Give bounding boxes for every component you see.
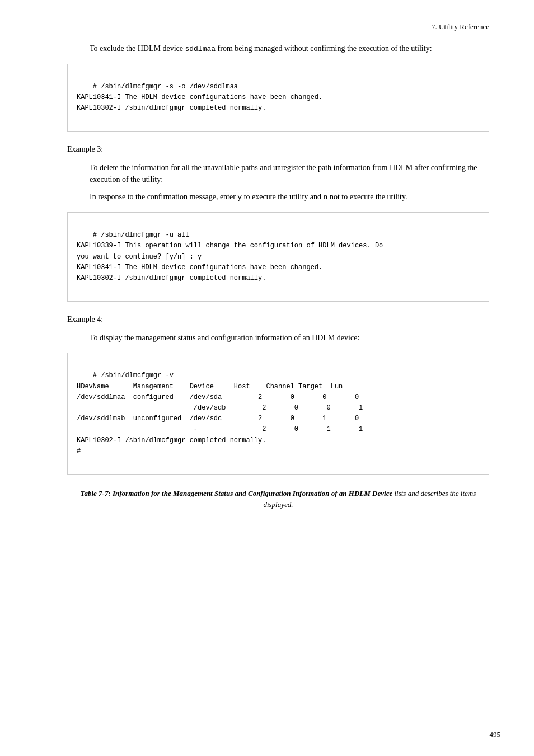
- example3-para2-mid: to execute the utility and: [244, 192, 321, 201]
- example4-content: To display the management status and con…: [90, 332, 489, 344]
- code-block-1: # /sbin/dlmcfgmgr -s -o /dev/sddlmaa KAP…: [67, 64, 489, 132]
- intro-text-after: from being managed without confirming th…: [218, 44, 432, 53]
- code-block-2-content: # /sbin/dlmcfgmgr -u all KAPL10339-I Thi…: [77, 231, 383, 282]
- example3-n: n: [324, 193, 328, 201]
- example4-para1: To display the management status and con…: [90, 332, 489, 344]
- example3-para2-suffix: not to execute the utility.: [330, 192, 407, 201]
- example4-heading: Example 4:: [67, 315, 489, 324]
- example3-content: To delete the information for all the un…: [90, 162, 489, 203]
- code-block-3: # /sbin/dlmcfgmgr -v HDevName Management…: [67, 353, 489, 475]
- intro-device-name: sddlmaa: [185, 45, 216, 53]
- example3-y: y: [237, 193, 242, 201]
- code-block-2: # /sbin/dlmcfgmgr -u all KAPL10339-I Thi…: [67, 212, 489, 302]
- code-block-3-content: # /sbin/dlmcfgmgr -v HDevName Management…: [77, 372, 363, 454]
- code-block-1-line-1: # /sbin/dlmcfgmgr -s -o /dev/sddlmaa KAP…: [77, 83, 322, 112]
- example3-para1: To delete the information for all the un…: [90, 162, 489, 185]
- example3-para2: In response to the confirmation message,…: [90, 191, 489, 203]
- table-caption: Table 7-7: Information for the Managemen…: [67, 488, 489, 510]
- intro-text-before: To exclude the HDLM device: [90, 44, 183, 53]
- caption-italic-bold: Table 7-7: Information for the Managemen…: [81, 489, 393, 497]
- intro-paragraph: To exclude the HDLM device sddlmaa from …: [90, 43, 489, 55]
- example3-para2-prefix: In response to the confirmation message,…: [90, 192, 236, 201]
- example3-heading: Example 3:: [67, 145, 489, 154]
- chapter-reference: 7. Utility Reference: [432, 22, 489, 31]
- page-number: 495: [490, 730, 501, 739]
